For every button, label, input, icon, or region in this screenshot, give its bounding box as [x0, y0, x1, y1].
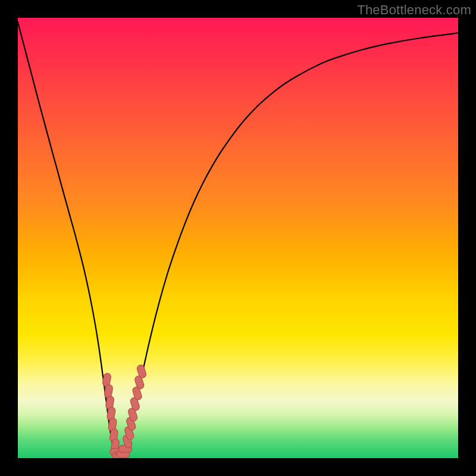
chart-frame: TheBottleneck.com: [0, 0, 476, 476]
watermark-text: TheBottleneck.com: [357, 2, 471, 18]
data-markers: [102, 364, 147, 458]
bottleneck-curve: [18, 22, 458, 457]
plot-area: [18, 18, 458, 458]
chart-svg: [18, 18, 458, 458]
